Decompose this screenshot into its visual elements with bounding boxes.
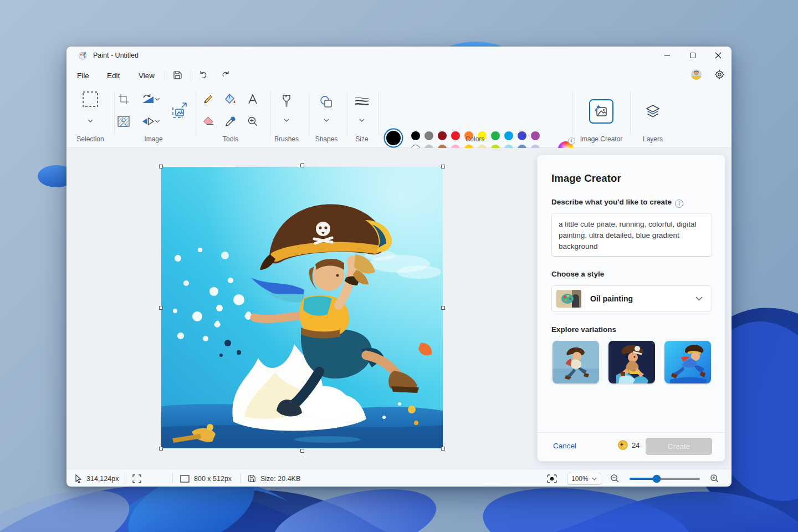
image-creator-button[interactable] <box>589 99 613 124</box>
panel-divider <box>538 432 725 433</box>
group-label-image: Image <box>144 135 162 144</box>
shapes-button[interactable] <box>320 95 333 109</box>
close-button[interactable] <box>705 47 731 64</box>
variation-thumbnail-3[interactable] <box>664 341 711 383</box>
palette-swatch[interactable] <box>438 131 447 140</box>
palette-swatch[interactable] <box>491 131 500 140</box>
group-label-selection: Selection <box>76 135 104 144</box>
prompt-input[interactable]: a little cute pirate, running, colorful,… <box>551 213 712 257</box>
ribbon-divider <box>347 92 347 135</box>
menu-edit[interactable]: Edit <box>101 69 125 82</box>
variation-thumbnail-2[interactable] <box>608 341 655 383</box>
fit-to-window-icon <box>547 474 557 483</box>
brushes-button[interactable] <box>281 95 292 109</box>
size-button[interactable] <box>355 96 369 108</box>
settings-gear-icon[interactable] <box>713 68 725 80</box>
color-picker-tool-button[interactable] <box>225 116 236 127</box>
menu-view[interactable]: View <box>133 69 160 82</box>
menubar-divider <box>165 70 165 80</box>
palette-swatch[interactable] <box>531 131 540 140</box>
palette-swatch[interactable] <box>504 131 513 140</box>
zoom-slider-thumb[interactable] <box>653 475 661 483</box>
maximize-button[interactable] <box>680 47 705 64</box>
variations-label: Explore variations <box>551 325 616 334</box>
background-removal-button[interactable] <box>117 116 130 127</box>
rotate-button[interactable] <box>141 94 155 105</box>
style-label: Choose a style <box>551 270 604 278</box>
crop-button[interactable] <box>118 94 129 105</box>
fit-to-window-button[interactable] <box>547 469 557 487</box>
canvas-area[interactable]: Image Creator Describe what you'd like t… <box>67 148 731 469</box>
add-color-plus-icon: + <box>568 137 575 145</box>
selection-handle-mid-left[interactable] <box>159 306 163 310</box>
ribbon-divider <box>378 92 379 135</box>
selection-handle-bottom-center[interactable] <box>300 449 304 453</box>
palette-swatch[interactable] <box>411 131 420 140</box>
cursor-icon <box>75 474 82 483</box>
canvas-image[interactable] <box>161 167 443 448</box>
redo-button[interactable] <box>218 67 233 83</box>
zoom-out-icon <box>610 474 620 483</box>
palette-swatch[interactable] <box>451 131 460 140</box>
zoom-slider-fill <box>630 478 656 480</box>
zoom-slider[interactable] <box>630 478 700 480</box>
file-size-icon <box>248 474 256 483</box>
layers-button[interactable] <box>645 104 661 119</box>
flip-button[interactable] <box>141 116 155 126</box>
ribbon-divider <box>270 92 271 135</box>
palette-swatch[interactable] <box>424 131 433 140</box>
fill-tool-button[interactable] <box>224 94 237 105</box>
selection-handle-mid-right[interactable] <box>441 306 445 310</box>
menu-file[interactable]: File <box>71 69 95 82</box>
selection-size-indicator <box>132 469 141 487</box>
paint-window: Paint - Untitled File Edit View <box>66 47 732 487</box>
style-thumbnail <box>556 290 581 308</box>
cancel-button[interactable]: Cancel <box>553 442 576 450</box>
style-chevron-icon <box>695 296 703 301</box>
selection-handle-bottom-right[interactable] <box>441 447 445 451</box>
statusbar-divider <box>240 473 241 484</box>
selection-dropdown-chevron-icon[interactable] <box>88 119 93 122</box>
file-size-indicator: Size: 20.4KB <box>248 469 300 487</box>
group-label-brushes: Brushes <box>274 135 299 144</box>
undo-button[interactable] <box>196 67 211 83</box>
selection-handle-top-center[interactable] <box>300 163 304 167</box>
zoom-out-button[interactable] <box>610 469 620 487</box>
group-label-shapes: Shapes <box>315 135 338 144</box>
selection-handle-bottom-left[interactable] <box>159 447 163 451</box>
palette-swatch[interactable] <box>518 131 526 140</box>
selection-handle-top-left[interactable] <box>159 165 163 168</box>
credits-counter: 24 <box>618 440 640 450</box>
selection-handle-top-right[interactable] <box>441 165 445 168</box>
canvas-size-icon <box>180 475 190 483</box>
variations-row <box>553 341 711 383</box>
zoom-level-dropdown[interactable]: 100% <box>567 473 601 485</box>
style-dropdown[interactable]: Oil painting <box>551 285 712 312</box>
color-1-swatch[interactable] <box>386 131 401 145</box>
create-button[interactable]: Create <box>646 438 712 455</box>
save-button[interactable] <box>170 67 185 83</box>
variation-thumbnail-1[interactable] <box>553 341 599 383</box>
magnifier-tool-button[interactable] <box>247 116 258 127</box>
account-avatar[interactable] <box>691 69 702 80</box>
eraser-tool-button[interactable] <box>202 116 214 127</box>
zoom-in-button[interactable] <box>710 469 719 487</box>
desktop-wallpaper: Paint - Untitled File Edit View <box>0 0 798 532</box>
brushes-chevron-icon[interactable] <box>284 119 289 122</box>
flip-dropdown-chevron-icon[interactable] <box>155 120 160 123</box>
ribbon-divider <box>309 92 309 135</box>
cursor-position: 314,124px <box>75 469 119 487</box>
resize-image-button[interactable] <box>171 102 188 120</box>
minimize-button[interactable] <box>654 47 680 64</box>
size-chevron-icon[interactable] <box>359 119 365 122</box>
info-icon[interactable]: i <box>675 200 683 208</box>
zoom-dropdown-chevron-icon <box>592 477 597 480</box>
statusbar-divider <box>172 473 173 484</box>
ribbon-divider <box>196 92 196 135</box>
rotate-dropdown-chevron-icon[interactable] <box>155 98 160 101</box>
shapes-chevron-icon[interactable] <box>324 119 329 122</box>
text-tool-button[interactable] <box>248 94 258 104</box>
pencil-tool-button[interactable] <box>203 94 214 105</box>
selection-tool-button[interactable] <box>82 91 99 108</box>
title-bar[interactable]: Paint - Untitled <box>67 47 731 64</box>
